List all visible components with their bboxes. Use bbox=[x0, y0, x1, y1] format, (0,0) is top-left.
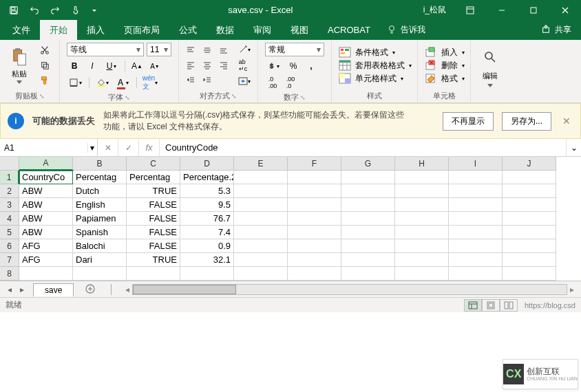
dont-show-button[interactable]: 不再显示 bbox=[443, 112, 494, 131]
row-header-6[interactable]: 6 bbox=[0, 239, 19, 253]
bold-button[interactable]: B bbox=[67, 59, 82, 73]
table-format-button[interactable]: 套用表格格式▾ bbox=[337, 60, 412, 72]
cell-A1[interactable]: CountryCo bbox=[19, 171, 73, 184]
clipboard-launcher[interactable]: ⤡ bbox=[39, 93, 45, 100]
format-painter-icon[interactable] bbox=[39, 74, 51, 87]
undo-icon[interactable] bbox=[29, 5, 40, 16]
cell-D3[interactable]: 9.5 bbox=[180, 198, 234, 212]
cell-style-button[interactable]: 单元格样式▾ bbox=[337, 73, 412, 85]
cell-F4[interactable] bbox=[288, 212, 341, 226]
cell-A2[interactable]: ABW bbox=[19, 184, 73, 198]
name-box-dropdown[interactable]: ▾ bbox=[87, 143, 97, 153]
tell-me-button[interactable]: 告诉我 bbox=[380, 20, 432, 40]
cell-F5[interactable] bbox=[288, 226, 341, 239]
cell-J8[interactable] bbox=[503, 267, 556, 281]
col-header-E[interactable]: E bbox=[234, 157, 288, 171]
cell-I5[interactable] bbox=[449, 226, 503, 239]
cell-A5[interactable]: ABW bbox=[19, 226, 73, 239]
cell-H3[interactable] bbox=[395, 198, 449, 212]
cell-D4[interactable]: 76.7 bbox=[180, 212, 234, 226]
message-close-button[interactable]: ✕ bbox=[560, 116, 573, 127]
border-button[interactable]: ▾ bbox=[67, 76, 85, 89]
cell-C8[interactable] bbox=[127, 267, 180, 281]
col-header-G[interactable]: G bbox=[341, 157, 395, 171]
cell-I8[interactable] bbox=[449, 267, 503, 281]
cell-E8[interactable] bbox=[234, 267, 288, 281]
cell-I6[interactable] bbox=[449, 239, 503, 253]
page-layout-view-button[interactable] bbox=[482, 299, 500, 312]
increase-decimal-button[interactable]: .0.00 bbox=[265, 76, 280, 89]
row-header-4[interactable]: 4 bbox=[0, 212, 19, 226]
tab-formulas[interactable]: 公式 bbox=[169, 20, 207, 40]
cell-C2[interactable]: TRUE bbox=[127, 184, 180, 198]
touch-mode-icon[interactable] bbox=[70, 5, 81, 16]
cell-I7[interactable] bbox=[449, 253, 503, 267]
cell-D1[interactable]: Percentage.2 bbox=[180, 171, 234, 184]
cell-E5[interactable] bbox=[234, 226, 288, 239]
align-launcher[interactable]: ⤡ bbox=[231, 93, 237, 100]
cell-G8[interactable] bbox=[341, 267, 395, 281]
cell-A3[interactable]: ABW bbox=[19, 198, 73, 212]
cell-A8[interactable] bbox=[19, 267, 73, 281]
cell-F6[interactable] bbox=[288, 239, 341, 253]
underline-button[interactable]: U▾ bbox=[103, 59, 120, 73]
cell-J1[interactable] bbox=[503, 171, 556, 184]
cell-H7[interactable] bbox=[395, 253, 449, 267]
align-right-button[interactable] bbox=[216, 58, 231, 72]
row-header-8[interactable]: 8 bbox=[0, 267, 19, 281]
cell-B2[interactable]: Dutch bbox=[73, 184, 127, 198]
phonetic-button[interactable]: wén文▾ bbox=[141, 76, 159, 89]
increase-indent-button[interactable] bbox=[200, 74, 215, 87]
font-size-combo[interactable]: 11▾ bbox=[147, 43, 171, 56]
cell-D5[interactable]: 7.4 bbox=[180, 226, 234, 239]
cell-C6[interactable]: FALSE bbox=[127, 239, 180, 253]
cell-G6[interactable] bbox=[341, 239, 395, 253]
cell-C7[interactable]: TRUE bbox=[127, 253, 180, 267]
formula-expand-button[interactable]: ⌄ bbox=[566, 139, 581, 156]
name-box-input[interactable] bbox=[0, 143, 87, 153]
redo-icon[interactable] bbox=[50, 5, 61, 16]
cell-I3[interactable] bbox=[449, 198, 503, 212]
col-header-D[interactable]: D bbox=[180, 157, 234, 171]
cell-H1[interactable] bbox=[395, 171, 449, 184]
col-header-I[interactable]: I bbox=[449, 157, 503, 171]
cell-B1[interactable]: Percentag bbox=[73, 171, 127, 184]
cell-G2[interactable] bbox=[341, 184, 395, 198]
cell-D2[interactable]: 5.3 bbox=[180, 184, 234, 198]
cell-H4[interactable] bbox=[395, 212, 449, 226]
tab-view[interactable]: 视图 bbox=[281, 20, 318, 40]
col-header-J[interactable]: J bbox=[503, 157, 556, 171]
decrease-font-button[interactable]: A▼ bbox=[147, 59, 162, 73]
cell-H8[interactable] bbox=[395, 267, 449, 281]
cell-E4[interactable] bbox=[234, 212, 288, 226]
cell-E2[interactable] bbox=[234, 184, 288, 198]
comma-button[interactable]: , bbox=[304, 59, 319, 73]
increase-font-button[interactable]: A▲ bbox=[129, 59, 145, 73]
col-header-A[interactable]: A bbox=[19, 157, 73, 171]
cell-E6[interactable] bbox=[234, 239, 288, 253]
cell-F1[interactable] bbox=[288, 171, 341, 184]
cell-J7[interactable] bbox=[503, 253, 556, 267]
cell-C1[interactable]: Percentag bbox=[127, 171, 180, 184]
cell-I1[interactable] bbox=[449, 171, 503, 184]
align-bottom-button[interactable] bbox=[216, 43, 231, 57]
cell-C3[interactable]: FALSE bbox=[127, 198, 180, 212]
fill-color-button[interactable]: ▾ bbox=[94, 76, 112, 89]
font-name-combo[interactable]: 等线▾ bbox=[67, 43, 144, 56]
save-icon[interactable] bbox=[8, 5, 19, 16]
cell-J6[interactable] bbox=[503, 239, 556, 253]
tab-review[interactable]: 审阅 bbox=[244, 20, 281, 40]
cell-J4[interactable] bbox=[503, 212, 556, 226]
italic-button[interactable]: I bbox=[85, 59, 100, 73]
row-header-2[interactable]: 2 bbox=[0, 184, 19, 198]
share-button[interactable]: 共享 bbox=[531, 20, 581, 40]
formula-input[interactable] bbox=[160, 142, 566, 153]
tab-home[interactable]: 开始 bbox=[40, 20, 77, 40]
cell-B6[interactable]: Balochi bbox=[73, 239, 127, 253]
find-button[interactable] bbox=[479, 46, 501, 68]
cell-J2[interactable] bbox=[503, 184, 556, 198]
cell-G3[interactable] bbox=[341, 198, 395, 212]
sheet-nav-next[interactable]: ▸ bbox=[17, 284, 28, 295]
cell-G5[interactable] bbox=[341, 226, 395, 239]
cell-H6[interactable] bbox=[395, 239, 449, 253]
